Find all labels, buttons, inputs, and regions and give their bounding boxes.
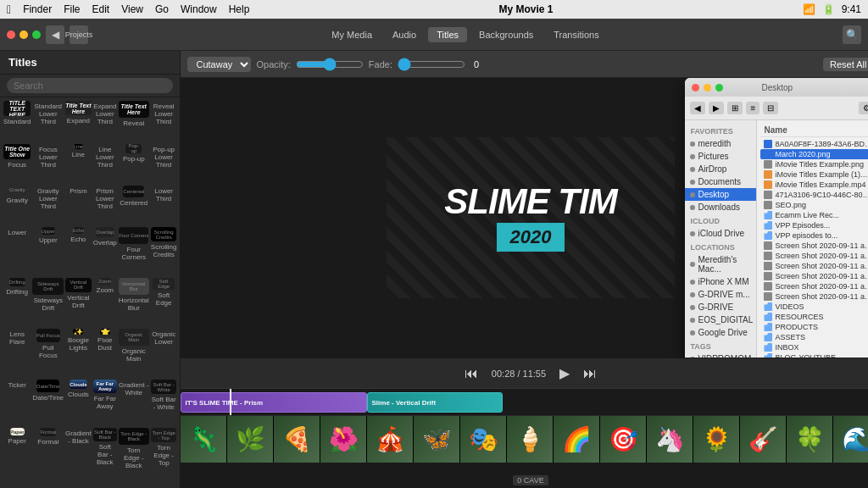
- finder-action[interactable]: ⚙: [859, 102, 868, 114]
- file-item-9[interactable]: VPP episodes to...: [760, 230, 868, 241]
- sidebar-item-icloud-drive[interactable]: iCloud Drive: [685, 227, 756, 240]
- title-thumb-formal[interactable]: Formal: [40, 428, 56, 437]
- file-item-20[interactable]: INBOX: [760, 342, 868, 352]
- sidebar-item-google-drive[interactable]: Google Drive: [685, 326, 756, 339]
- file-item-1[interactable]: March 2020.png: [760, 149, 868, 159]
- title-thumb-clouds[interactable]: Clouds: [70, 380, 86, 389]
- tab-my-media[interactable]: My Media: [323, 27, 381, 42]
- title-thumb-upper[interactable]: Upper: [42, 227, 55, 235]
- menu-edit[interactable]: Edit: [92, 3, 109, 15]
- menu-help[interactable]: Help: [229, 3, 250, 15]
- menu-window[interactable]: Window: [181, 3, 217, 15]
- tab-audio[interactable]: Audio: [384, 27, 425, 42]
- title-thumb-four-corners[interactable]: Four Corners: [119, 227, 148, 244]
- skip-back-button[interactable]: ⏮: [465, 366, 478, 381]
- close-button[interactable]: [7, 30, 15, 39]
- title-thumb-pull[interactable]: Pull Focus: [36, 329, 60, 342]
- minimize-button[interactable]: [19, 30, 28, 39]
- title-thumb-echo[interactable]: Echo: [73, 227, 85, 234]
- maximize-button[interactable]: [32, 30, 41, 39]
- menu-view[interactable]: View: [121, 3, 143, 15]
- finder-max[interactable]: [715, 84, 723, 92]
- file-item-10[interactable]: Screen Shot 2020-09-11 at 1.05.16...: [760, 241, 868, 251]
- finder-min[interactable]: [704, 84, 711, 92]
- title-thumb-torn-top[interactable]: Torn Edge - Top: [151, 428, 177, 442]
- file-item-8[interactable]: VPP Episodes...: [760, 220, 868, 230]
- file-item-0[interactable]: 8A0A0F8F-1389-43A6-BD92-6476...: [760, 139, 868, 149]
- file-item-7[interactable]: Ecamm Live Rec...: [760, 210, 868, 220]
- file-item-3[interactable]: iMovie Titles Example (1).mp4: [760, 169, 868, 180]
- sidebar-item-g-drive-m...[interactable]: G-DRIVE m...: [685, 288, 756, 301]
- sidebar-item-meredith's-mac...[interactable]: Meredith's Mac...: [685, 253, 756, 275]
- title-thumb-pixie[interactable]: ⭐: [100, 329, 110, 335]
- menu-file[interactable]: File: [64, 3, 80, 15]
- fade-slider[interactable]: [398, 58, 465, 71]
- search-button[interactable]: 🔍: [843, 25, 861, 44]
- title-thumb-soft-bar[interactable]: Soft Bar - White: [151, 380, 177, 394]
- title-thumb-scrolling[interactable]: Scrolling Credits: [151, 227, 177, 241]
- finder-forward[interactable]: ▶: [709, 102, 724, 114]
- file-item-11[interactable]: Screen Shot 2020-09-11 at 12.57.14...: [760, 251, 868, 261]
- title-thumb-drifting[interactable]: Drifting: [9, 278, 25, 287]
- projects-button[interactable]: Projects: [70, 25, 88, 44]
- sidebar-item-pictures[interactable]: Pictures: [685, 150, 756, 163]
- title-thumb-soft[interactable]: Soft Edge: [153, 278, 175, 291]
- file-item-6[interactable]: SEO.png: [760, 200, 868, 210]
- file-item-5[interactable]: 471A3106-9C10-446C-802C-5884...: [760, 190, 868, 200]
- title-thumb-sideways[interactable]: Sideways Drift: [32, 278, 64, 296]
- title-thumb-centered[interactable]: Centered: [123, 186, 144, 197]
- menu-go[interactable]: Go: [155, 3, 169, 15]
- tab-backgrounds[interactable]: Backgrounds: [470, 27, 542, 42]
- tab-titles[interactable]: Titles: [428, 27, 467, 42]
- title-thumb-line[interactable]: Line: [74, 144, 83, 149]
- title-thumb-standard[interactable]: TITLE TEXT HERE: [3, 101, 31, 116]
- file-item-19[interactable]: ASSETS: [760, 332, 868, 342]
- sidebar-item-desktop[interactable]: Desktop: [685, 188, 756, 201]
- title-thumb-overlap[interactable]: Overlap: [96, 227, 114, 237]
- sidebar-item-documents[interactable]: Documents: [685, 175, 756, 188]
- transition-dropdown[interactable]: Cutaway: [187, 57, 251, 72]
- sidebar-item-meredith[interactable]: meredith: [685, 137, 756, 150]
- title-thumb-popup[interactable]: Pop-up: [125, 144, 142, 153]
- title-thumb-gravity[interactable]: Gravity: [9, 186, 25, 195]
- back-button[interactable]: ◀: [46, 25, 64, 44]
- file-item-15[interactable]: Screen Shot 2020-09-11 at 12.40.52...: [760, 291, 868, 302]
- file-item-4[interactable]: iMovie Titles Example.mp4: [760, 180, 868, 190]
- title-thumb-datetime[interactable]: Date/Time: [36, 380, 59, 392]
- tab-transitions[interactable]: Transitions: [545, 27, 607, 42]
- sidebar-item-eos_digital[interactable]: EOS_DIGITAL: [685, 313, 756, 326]
- skip-forward-button[interactable]: ⏭: [583, 366, 597, 381]
- file-item-13[interactable]: Screen Shot 2020-09-11 at 12.46.36...: [760, 271, 868, 281]
- title-thumb-paper[interactable]: Paper: [10, 428, 25, 435]
- finder-view3[interactable]: ⊟: [763, 102, 778, 114]
- sidebar-item-airdrop[interactable]: AirDrop: [685, 163, 756, 175]
- title-thumb-torn-black[interactable]: Torn Edge - Black: [119, 428, 149, 445]
- file-item-14[interactable]: Screen Shot 2020-09-11 at 12.42.58...: [760, 281, 868, 291]
- finder-view2[interactable]: ≡: [746, 102, 760, 114]
- sidebar-item-g-drive[interactable]: G-DRIVE: [685, 301, 756, 313]
- file-item-18[interactable]: PRODUCTS: [760, 322, 868, 332]
- finder-close[interactable]: [692, 84, 699, 92]
- sidebar-item-downloads[interactable]: Downloads: [685, 201, 756, 214]
- file-item-21[interactable]: BLOG-YOUTUBE: [760, 352, 868, 358]
- finder-back[interactable]: ◀: [690, 102, 705, 114]
- clip-vertical-drift[interactable]: Slime - Vertical Drift: [367, 392, 503, 413]
- file-item-16[interactable]: VIDEOS: [760, 302, 868, 312]
- title-thumb-expand[interactable]: Title Text Here: [65, 101, 92, 115]
- sidebar-item-iphone-x-mm[interactable]: iPhone X MM: [685, 275, 756, 288]
- title-thumb-soft-bar-black[interactable]: Soft Bar - Black: [93, 428, 117, 441]
- clip-prism[interactable]: IT'S SLIME TIME - Prism: [181, 392, 367, 413]
- apple-menu[interactable]: : [7, 3, 11, 16]
- search-input[interactable]: [7, 78, 173, 93]
- title-thumb-vertical[interactable]: Vertical Drift: [65, 278, 92, 292]
- play-button[interactable]: ▶: [559, 365, 570, 381]
- menu-finder[interactable]: Finder: [23, 3, 52, 15]
- opacity-slider[interactable]: [296, 58, 364, 71]
- title-thumb-reveal[interactable]: Title Text Here: [119, 101, 149, 118]
- reset-all-button[interactable]: Reset All: [823, 58, 868, 71]
- file-item-2[interactable]: iMovie Titles Example.png: [760, 159, 868, 169]
- sidebar-item-vidpromom[interactable]: VIDPROMOM: [685, 352, 756, 358]
- title-thumb-boogie[interactable]: ✨: [73, 329, 83, 335]
- file-item-12[interactable]: Screen Shot 2020-09-11 at 12.55.30...: [760, 261, 868, 271]
- file-item-17[interactable]: RESOURCES: [760, 312, 868, 322]
